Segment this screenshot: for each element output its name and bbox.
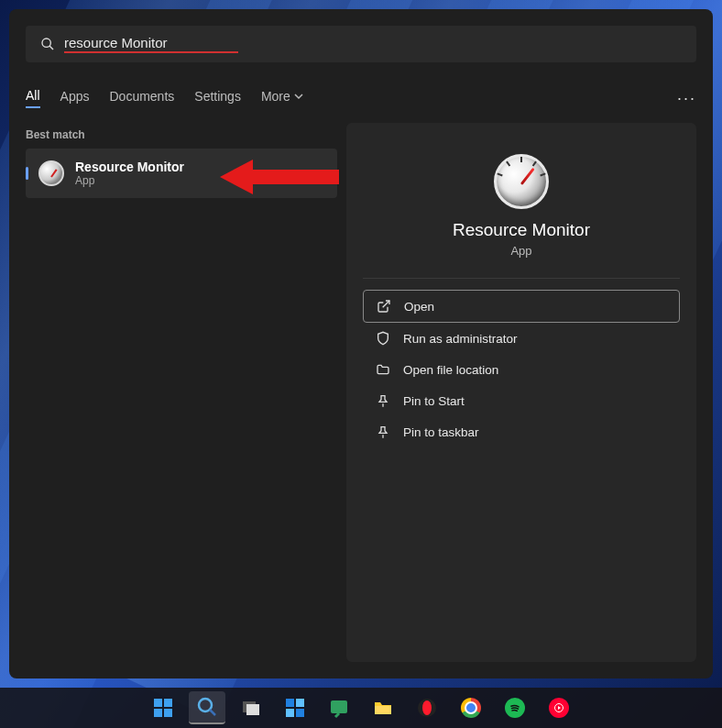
filter-tabs: All Apps Documents Settings More ···	[26, 88, 696, 108]
youtube-music-icon	[549, 698, 569, 718]
task-view-icon	[240, 697, 262, 719]
windows-start-icon	[152, 697, 174, 719]
opera-icon	[416, 697, 438, 719]
svg-rect-11	[246, 704, 259, 715]
svg-point-8	[199, 699, 212, 711]
resource-monitor-icon-large	[494, 154, 549, 209]
search-icon	[40, 37, 55, 51]
result-subtitle: App	[75, 174, 184, 187]
svg-line-3	[383, 301, 389, 307]
search-bar[interactable]	[26, 26, 696, 62]
start-search-panel: All Apps Documents Settings More ··· Bes…	[9, 9, 713, 678]
action-pin-to-taskbar-label: Pin to taskbar	[403, 425, 479, 439]
svg-rect-5	[164, 699, 172, 707]
annotation-arrow	[220, 156, 339, 198]
taskbar-task-view[interactable]	[233, 691, 269, 724]
taskbar-search[interactable]	[189, 691, 225, 724]
chevron-down-icon	[294, 92, 303, 101]
result-resource-monitor[interactable]: Resource Monitor App	[26, 149, 337, 198]
taskbar	[0, 688, 722, 728]
taskbar-opera[interactable]	[409, 691, 445, 724]
tab-more-label: More	[261, 89, 290, 104]
svg-rect-7	[164, 709, 172, 717]
svg-rect-6	[154, 709, 162, 717]
svg-marker-2	[220, 160, 339, 194]
svg-line-1	[49, 46, 53, 50]
action-pin-to-start[interactable]: Pin to Start	[363, 385, 680, 416]
taskbar-widgets[interactable]	[277, 691, 313, 724]
section-best-match-label: Best match	[26, 128, 337, 141]
action-open-file-location[interactable]: Open file location	[363, 354, 680, 385]
pin-icon	[376, 425, 390, 439]
result-title: Resource Monitor	[75, 160, 184, 174]
shield-icon	[376, 331, 390, 346]
folder-icon	[372, 697, 394, 719]
svg-rect-13	[296, 699, 304, 707]
action-run-as-admin[interactable]: Run as administrator	[363, 323, 680, 354]
svg-rect-16	[331, 700, 347, 713]
svg-point-19	[422, 700, 432, 715]
widgets-icon	[284, 697, 306, 719]
tab-all[interactable]: All	[26, 88, 40, 108]
svg-rect-12	[286, 699, 294, 707]
svg-rect-17	[375, 706, 391, 714]
search-icon	[196, 696, 218, 718]
spotify-icon	[505, 698, 525, 718]
tab-settings[interactable]: Settings	[194, 89, 241, 107]
action-run-as-admin-label: Run as administrator	[403, 332, 518, 346]
results-column: Best match Resource Monitor App	[26, 123, 337, 662]
taskbar-start[interactable]	[145, 691, 181, 724]
divider	[363, 278, 680, 279]
more-options-button[interactable]: ···	[677, 89, 696, 108]
action-open[interactable]: Open	[363, 290, 680, 323]
svg-point-0	[42, 39, 50, 47]
svg-line-9	[210, 710, 215, 715]
svg-rect-15	[296, 709, 304, 717]
tab-apps[interactable]: Apps	[60, 89, 90, 107]
detail-subtitle: App	[363, 244, 680, 258]
folder-icon	[376, 362, 390, 377]
action-pin-to-taskbar[interactable]: Pin to taskbar	[363, 416, 680, 447]
taskbar-file-explorer[interactable]	[365, 691, 401, 724]
pin-icon	[376, 393, 390, 408]
taskbar-youtube-music[interactable]	[541, 691, 577, 724]
svg-marker-21	[558, 706, 561, 710]
taskbar-chrome[interactable]	[453, 691, 489, 724]
detail-title: Resource Monitor	[363, 220, 680, 240]
tab-documents[interactable]: Documents	[109, 89, 174, 107]
detail-pane: Resource Monitor App Open Run as adminis…	[346, 123, 696, 662]
svg-rect-4	[154, 699, 162, 707]
open-external-icon	[377, 299, 391, 314]
taskbar-chat[interactable]	[321, 691, 357, 724]
resource-monitor-icon	[38, 160, 64, 186]
action-open-file-location-label: Open file location	[403, 363, 498, 377]
chrome-icon	[461, 698, 481, 718]
chat-icon	[328, 697, 350, 719]
svg-rect-14	[286, 709, 294, 717]
search-input[interactable]	[64, 35, 238, 53]
tab-more[interactable]: More	[261, 89, 303, 107]
action-pin-to-start-label: Pin to Start	[403, 394, 465, 408]
taskbar-spotify[interactable]	[497, 691, 533, 724]
action-open-label: Open	[404, 300, 434, 314]
